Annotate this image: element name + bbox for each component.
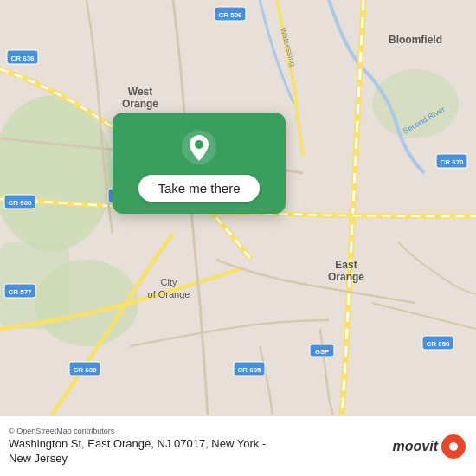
moovit-logo: moovit: [393, 434, 466, 459]
svg-text:CR 636: CR 636: [10, 55, 35, 62]
moovit-text: moovit: [393, 439, 438, 454]
svg-text:CR 508: CR 508: [8, 199, 32, 207]
svg-text:GSP: GSP: [315, 348, 329, 356]
svg-text:Orange: Orange: [122, 98, 158, 110]
osm-attribution: © OpenStreetMap contributors: [9, 427, 266, 435]
bottom-left-info: © OpenStreetMap contributors Washington …: [9, 427, 266, 466]
svg-text:Bloomfield: Bloomfield: [389, 34, 442, 46]
svg-text:West: West: [128, 86, 152, 98]
svg-text:East: East: [335, 259, 357, 271]
bottom-bar: © OpenStreetMap contributors Washington …: [0, 415, 476, 476]
map-container: CR 636 CR 506 CR 670 CR 508 CR 63 CR 577…: [0, 0, 476, 415]
address-line2: New Jersey: [9, 452, 68, 465]
address-text: Washington St, East Orange, NJ 07017, Ne…: [9, 437, 266, 466]
svg-text:Orange: Orange: [328, 271, 364, 283]
svg-text:City: City: [161, 277, 177, 287]
svg-point-35: [195, 140, 203, 149]
svg-text:CR 506: CR 506: [218, 11, 242, 19]
take-me-there-button[interactable]: Take me there: [138, 175, 259, 202]
map-card: Take me there: [113, 113, 286, 214]
svg-text:CR 638: CR 638: [73, 366, 97, 374]
svg-text:of Orange: of Orange: [148, 289, 190, 299]
svg-text:CR 577: CR 577: [8, 288, 32, 296]
svg-text:CR 670: CR 670: [440, 158, 464, 166]
svg-text:CR 658: CR 658: [426, 340, 450, 348]
moovit-dot-icon: [441, 434, 466, 459]
address-line1: Washington St, East Orange, NJ 07017, Ne…: [9, 437, 266, 450]
moovit-dot-inner: [449, 442, 458, 451]
svg-text:CR 605: CR 605: [237, 366, 261, 374]
location-pin-icon: [180, 128, 218, 166]
